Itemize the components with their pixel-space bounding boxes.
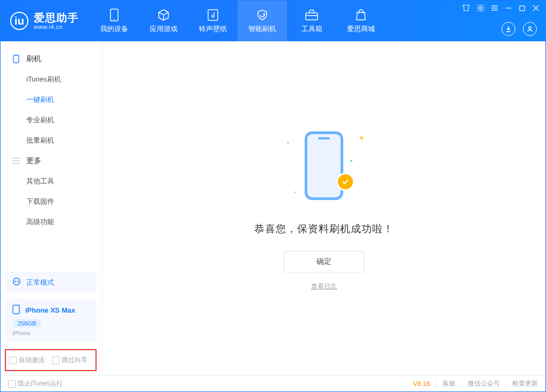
sidebar-group-flash: 刷机 [1, 49, 102, 69]
svg-rect-7 [481, 9, 484, 11]
nav-store[interactable]: 爱思商城 [336, 1, 386, 41]
checkbox-auto-activate[interactable]: 自动激活 [9, 356, 45, 365]
nav-label: 工具箱 [301, 24, 322, 34]
refresh-shield-icon [256, 8, 269, 22]
menu-icon[interactable] [491, 4, 498, 13]
checkbox-icon[interactable] [9, 357, 17, 364]
svg-rect-4 [477, 5, 480, 8]
nav-toolbox[interactable]: 工具箱 [287, 1, 336, 41]
phone-graphic [305, 131, 343, 200]
svg-rect-3 [306, 13, 318, 20]
device-name: iPhone XS Max [25, 306, 75, 314]
success-message: 恭喜您，保资料刷机成功啦！ [254, 222, 394, 236]
logo-icon: iu [10, 12, 28, 30]
bottom-options-highlight: 自动激活 跳过向导 [5, 349, 97, 371]
device-capacity: 256GB [12, 319, 41, 328]
svg-rect-10 [13, 55, 19, 63]
minimize-button[interactable] [505, 4, 512, 13]
svg-point-9 [529, 27, 532, 29]
group-title: 更多 [26, 156, 41, 166]
mode-panel[interactable]: 正常模式 [6, 272, 97, 293]
sidebar-item-itunes-flash[interactable]: iTunes刷机 [1, 69, 102, 90]
svg-rect-5 [481, 5, 484, 8]
window-controls [462, 4, 539, 13]
nav-apps-games[interactable]: 应用游戏 [139, 1, 188, 41]
footer-link-wechat[interactable]: 微信公众号 [468, 379, 500, 388]
nav-label: 我的设备 [100, 24, 128, 34]
svg-point-1 [114, 19, 115, 20]
nav-label: 爱思商城 [347, 24, 375, 34]
footer-link-update[interactable]: 检查更新 [512, 379, 538, 388]
nav-my-device[interactable]: 我的设备 [90, 1, 139, 41]
sidebar: 刷机 iTunes刷机 一键刷机 专业刷机 批量刷机 更多 其他工具 下载固件 … [1, 41, 102, 375]
music-file-icon [207, 8, 219, 22]
version-label: V8.16 [413, 380, 430, 388]
toolbox-icon [305, 8, 319, 22]
svg-point-13 [17, 281, 19, 283]
list-icon [11, 158, 21, 164]
bag-icon [355, 8, 367, 22]
checkmark-badge-icon [336, 173, 355, 191]
nav-ringtones-wallpapers[interactable]: 铃声壁纸 [188, 1, 238, 41]
sidebar-item-advanced[interactable]: 高级功能 [1, 212, 102, 232]
nav-label: 智能刷机 [248, 24, 276, 34]
nav-smart-flash[interactable]: 智能刷机 [238, 1, 287, 41]
sidebar-item-other-tools[interactable]: 其他工具 [1, 171, 102, 191]
maximize-button[interactable] [519, 4, 525, 13]
checkbox-icon[interactable] [8, 380, 16, 388]
app-logo: iu 爱思助手 www.i4.cn [1, 1, 90, 41]
svg-point-12 [14, 281, 16, 283]
svg-rect-8 [520, 6, 525, 11]
app-domain: www.i4.cn [34, 24, 79, 30]
success-illustration [284, 125, 364, 206]
main-content: 恭喜您，保资料刷机成功啦！ 确定 查看日志 [102, 41, 545, 375]
app-name: 爱思助手 [34, 12, 79, 24]
svg-rect-6 [477, 9, 480, 11]
device-icon [110, 8, 119, 22]
checkbox-block-itunes[interactable]: 阻止iTunes运行 [8, 379, 63, 388]
svg-rect-14 [13, 305, 19, 314]
mode-icon [12, 277, 21, 287]
device-type: iPhone [12, 330, 31, 336]
device-panel[interactable]: iPhone XS Max 256GB iPhone [6, 299, 97, 342]
device-icon [12, 305, 20, 316]
account-button[interactable] [523, 22, 537, 36]
status-bar: 阻止iTunes运行 V8.16 | 客服 | 微信公众号 | 检查更新 [1, 375, 545, 391]
nav-label: 应用游戏 [150, 24, 178, 34]
cube-icon [157, 8, 170, 22]
close-button[interactable] [533, 4, 539, 13]
sidebar-item-pro-flash[interactable]: 专业刷机 [1, 110, 102, 130]
tshirt-icon[interactable] [462, 4, 470, 13]
sidebar-item-oneclick-flash[interactable]: 一键刷机 [1, 90, 102, 110]
grid-icon[interactable] [477, 4, 484, 13]
sidebar-group-more: 更多 [1, 151, 102, 171]
footer-link-support[interactable]: 客服 [442, 379, 455, 388]
ok-button[interactable]: 确定 [284, 251, 364, 272]
title-bar: iu 爱思助手 www.i4.cn 我的设备 应用游戏 铃声壁纸 智能刷机 工具… [1, 1, 545, 41]
checkbox-skip-guide[interactable]: 跳过向导 [52, 356, 87, 365]
nav-label: 铃声壁纸 [199, 24, 227, 34]
sidebar-item-download-firmware[interactable]: 下载固件 [1, 191, 102, 212]
phone-icon [11, 55, 21, 63]
sidebar-item-batch-flash[interactable]: 批量刷机 [1, 130, 102, 151]
svg-point-11 [13, 278, 20, 285]
checkbox-icon[interactable] [52, 357, 60, 364]
download-button[interactable] [501, 22, 515, 36]
top-nav: 我的设备 应用游戏 铃声壁纸 智能刷机 工具箱 爱思商城 [90, 1, 386, 41]
view-log-link[interactable]: 查看日志 [311, 282, 337, 291]
mode-label: 正常模式 [26, 278, 54, 287]
group-title: 刷机 [26, 54, 41, 64]
